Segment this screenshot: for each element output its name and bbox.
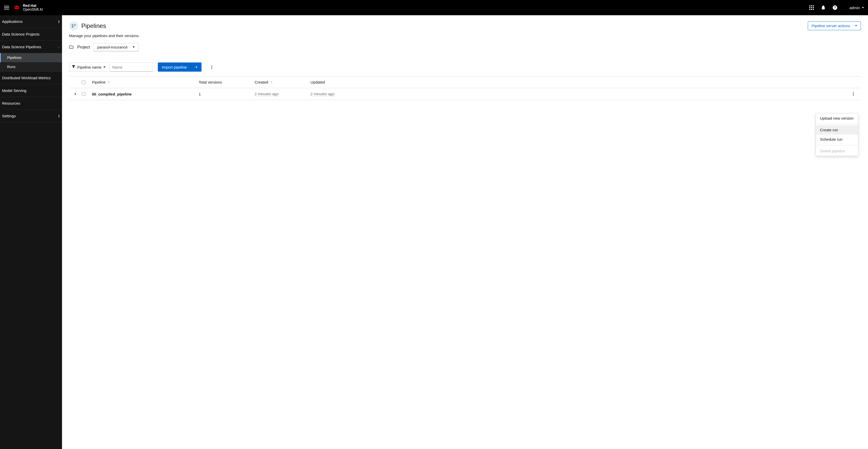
bell-icon[interactable] — [821, 5, 826, 10]
table-header-row: Pipeline ⇅ Total versions Created ⇅ Upda… — [69, 76, 861, 88]
sidebar-item-model-serving[interactable]: Model Serving — [0, 84, 62, 97]
chevron-down-icon — [195, 67, 197, 68]
sidebar: Applications ❯ Data Science Projects Dat… — [0, 15, 62, 449]
brand-name-bottom: OpenShift AI — [23, 8, 43, 11]
sidebar-item-ds-pipelines[interactable]: Data Science Pipelines ⌵ — [0, 41, 62, 53]
column-header-total-versions: Total versions — [199, 80, 255, 84]
svg-rect-3 — [811, 5, 812, 6]
th-created-label: Created — [255, 80, 268, 84]
project-label: Project — [77, 45, 90, 50]
chevron-down-icon — [855, 25, 857, 26]
filter-type-dropdown[interactable]: Pipeline name — [69, 62, 108, 72]
svg-point-13 — [72, 24, 73, 25]
svg-point-15 — [74, 24, 75, 25]
sidebar-item-resources[interactable]: Resources — [0, 97, 62, 110]
row-kebab-menu[interactable] — [846, 92, 861, 96]
import-pipeline-dropdown-button[interactable] — [191, 62, 202, 72]
sidebar-item-dwm[interactable]: Distributed Workload Metrics — [0, 72, 62, 84]
kebab-icon — [853, 92, 854, 96]
svg-rect-8 — [809, 9, 810, 10]
sidebar-label-applications: Applications — [2, 19, 23, 24]
total-versions-cell: 1 — [199, 92, 255, 96]
svg-point-1 — [15, 6, 19, 7]
table-toolbar: Pipeline name Import pipeline — [62, 56, 868, 75]
th-pipeline-label: Pipeline — [92, 80, 105, 84]
brand-name-top: Red Hat — [23, 4, 43, 8]
sidebar-subitem-runs[interactable]: Runs — [0, 62, 62, 71]
pipeline-server-actions-button[interactable]: Pipeline server actions — [808, 21, 861, 30]
sidebar-item-applications[interactable]: Applications ❯ — [0, 15, 62, 28]
sidebar-sublabel-runs: Runs — [7, 65, 16, 69]
topbar-actions: ? admin — [809, 5, 864, 10]
row-actions-dropdown: Upload new version Create run Schedule r… — [816, 113, 858, 156]
sidebar-label-ds-projects: Data Science Projects — [2, 32, 40, 36]
import-pipeline-button[interactable]: Import pipeline — [158, 62, 191, 72]
svg-rect-10 — [813, 9, 814, 10]
dropdown-item-delete-pipeline[interactable]: Delete pipeline — [816, 146, 858, 156]
chevron-right-icon: ❯ — [58, 114, 60, 118]
kebab-icon — [211, 66, 212, 69]
server-actions-label: Pipeline server actions — [812, 24, 850, 28]
chevron-down-icon — [103, 67, 105, 68]
updated-cell: 2 minutes ago — [311, 92, 334, 96]
chevron-right-icon: ❯ — [58, 20, 60, 23]
apps-grid-icon[interactable] — [809, 5, 814, 10]
project-selector-row: Project parasol-insurance — [62, 41, 868, 56]
page-title: Pipelines — [81, 22, 106, 29]
sort-icon: ⇅ — [270, 82, 273, 83]
svg-rect-7 — [813, 7, 814, 8]
sidebar-label-dwm: Distributed Workload Metrics — [2, 76, 51, 80]
sidebar-item-settings[interactable]: Settings ❯ — [0, 110, 62, 122]
dropdown-item-create-run[interactable]: Create run — [816, 125, 858, 135]
row-checkbox[interactable] — [82, 92, 85, 96]
svg-rect-5 — [809, 7, 810, 8]
project-selected-value: parasol-insurance — [97, 45, 128, 49]
top-bar: Red Hat OpenShift AI ? admin — [0, 0, 868, 15]
brand: Red Hat OpenShift AI — [13, 4, 43, 12]
select-all-checkbox[interactable] — [82, 81, 85, 84]
sidebar-label-resources: Resources — [2, 101, 20, 105]
svg-point-14 — [72, 27, 73, 28]
sidebar-subitem-pipelines[interactable]: Pipelines — [0, 53, 62, 62]
name-filter-input[interactable] — [110, 62, 153, 72]
help-icon[interactable]: ? — [833, 5, 837, 10]
hamburger-menu-button[interactable] — [4, 5, 9, 10]
chevron-down-icon — [862, 7, 864, 8]
sidebar-label-model-serving: Model Serving — [2, 88, 26, 93]
dropdown-item-upload-new-version[interactable]: Upload new version — [816, 114, 858, 123]
sidebar-label-settings: Settings — [2, 114, 16, 118]
redhat-icon — [13, 5, 20, 11]
chevron-down-icon — [133, 46, 135, 48]
column-header-pipeline[interactable]: Pipeline ⇅ — [92, 80, 199, 84]
sidebar-item-ds-projects[interactable]: Data Science Projects — [0, 28, 62, 41]
expand-row-button[interactable] — [69, 93, 82, 95]
svg-rect-4 — [813, 5, 814, 6]
page-description: Manage your pipelines and their versions… — [62, 34, 868, 41]
sort-icon: ⇅ — [107, 82, 110, 83]
svg-text:?: ? — [834, 6, 836, 9]
svg-rect-9 — [811, 9, 812, 10]
created-cell: 2 minutes ago — [255, 92, 278, 96]
chevron-down-icon: ⌵ — [58, 45, 60, 49]
filter-icon — [72, 65, 75, 69]
pipeline-name-cell[interactable]: 00_compiled_pipeline — [92, 92, 199, 96]
svg-rect-6 — [811, 7, 812, 8]
project-folder-icon — [69, 45, 74, 50]
project-select[interactable]: parasol-insurance — [94, 43, 138, 51]
table-row: 00_compiled_pipeline 1 2 minutes ago 2 m… — [69, 88, 861, 100]
pipelines-table: Pipeline ⇅ Total versions Created ⇅ Upda… — [69, 76, 861, 100]
column-header-updated: Updated — [311, 80, 846, 84]
user-name: admin — [849, 6, 860, 10]
column-header-created[interactable]: Created ⇅ — [255, 80, 311, 84]
sidebar-label-ds-pipelines: Data Science Pipelines — [2, 45, 41, 49]
main-content: Pipelines Pipeline server actions Manage… — [62, 15, 868, 449]
pipeline-branch-icon — [69, 21, 78, 30]
sidebar-sublabel-pipelines: Pipelines — [7, 56, 22, 60]
toolbar-kebab-menu[interactable] — [209, 66, 214, 69]
dropdown-item-schedule-run[interactable]: Schedule run — [816, 135, 858, 144]
filter-type-label: Pipeline name — [77, 65, 101, 69]
dropdown-separator — [816, 124, 858, 124]
svg-rect-2 — [809, 5, 810, 6]
user-menu[interactable]: admin — [849, 6, 864, 10]
